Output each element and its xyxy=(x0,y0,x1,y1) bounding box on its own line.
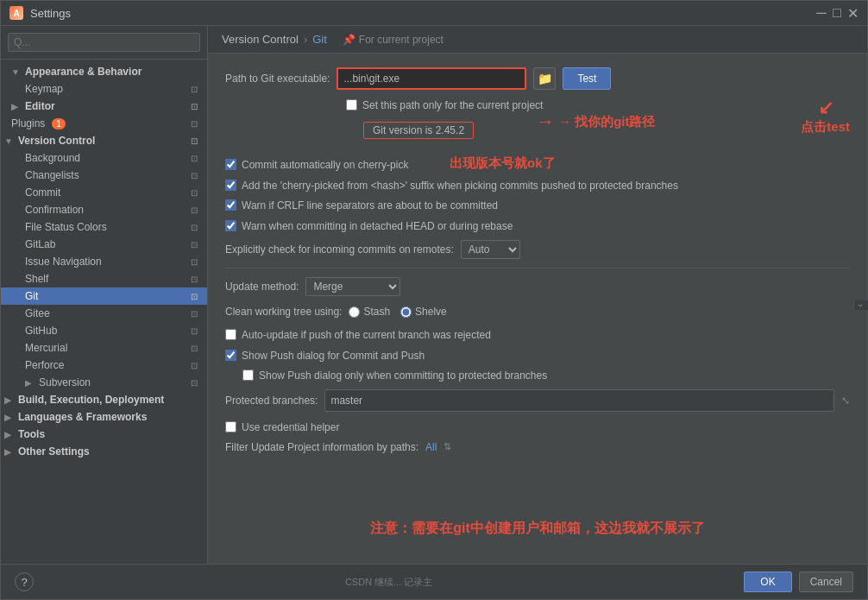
auto-update-row: Auto-update if push of the current branc… xyxy=(225,328,850,343)
right-scroll-indicator[interactable]: › xyxy=(853,300,867,311)
sidebar-item-version-control[interactable]: ▼ Version Control ⊡ xyxy=(1,132,207,149)
sidebar-item-label: Issue Navigation xyxy=(25,256,102,268)
search-input[interactable] xyxy=(8,33,200,52)
set-path-label: Set this path only for the current proje… xyxy=(362,98,543,113)
sidebar-item-label: Build, Execution, Deployment xyxy=(18,394,164,406)
breadcrumb: Version Control › Git 📌 For current proj… xyxy=(208,26,867,54)
repo-icon: ⊡ xyxy=(188,273,200,285)
sidebar-item-label: Git xyxy=(25,290,38,302)
repo-icon: ⊡ xyxy=(188,186,200,199)
sidebar-item-confirmation[interactable]: Confirmation ⊡ xyxy=(1,201,207,218)
title-bar-left: A Settings xyxy=(9,6,71,20)
repo-icon: ⊡ xyxy=(188,152,200,164)
sidebar-item-appearance[interactable]: ▼ Appearance & Behavior xyxy=(1,63,207,80)
sidebar-item-file-status[interactable]: File Status Colors ⊡ xyxy=(1,218,207,236)
shelve-label: Shelve xyxy=(415,305,447,319)
update-method-row: Update method: Merge Rebase Branch Defau… xyxy=(225,277,850,296)
repo-icon: ⊡ xyxy=(188,376,200,388)
search-box xyxy=(1,26,207,60)
sidebar-item-mercurial[interactable]: Mercurial ⊡ xyxy=(1,339,207,357)
update-method-select[interactable]: Merge Rebase Branch Default xyxy=(305,277,400,296)
credential-checkbox[interactable] xyxy=(225,421,236,433)
sidebar-item-other[interactable]: ▶ Other Settings xyxy=(1,443,207,460)
sidebar-item-git[interactable]: Git ⊡ xyxy=(1,287,207,305)
content-area: ▼ Appearance & Behavior Keymap ⊡ ▶ Edito… xyxy=(1,26,867,564)
stash-radio[interactable] xyxy=(349,306,360,318)
sidebar-item-keymap[interactable]: Keymap ⊡ xyxy=(1,80,207,98)
cherry-hash-label: Add the 'cherry-picked from <hash>' suff… xyxy=(242,179,678,193)
check-incoming-select[interactable]: Auto Always Never xyxy=(461,240,520,259)
show-push-only-checkbox[interactable] xyxy=(242,369,254,381)
credential-label: Use credential helper xyxy=(242,420,339,435)
sidebar-item-label: Confirmation xyxy=(25,204,84,216)
sidebar-item-subversion[interactable]: ▶ Subversion ⊡ xyxy=(1,374,207,391)
radio-stash: Stash xyxy=(349,305,390,319)
sidebar-item-label: Mercurial xyxy=(25,342,67,354)
sidebar-item-label: Languages & Frameworks xyxy=(18,411,147,423)
show-push-checkbox[interactable] xyxy=(225,350,236,361)
set-path-checkbox[interactable] xyxy=(346,99,357,111)
repo-icon: ⊡ xyxy=(188,342,200,354)
crlf-label: Warn if CRLF line separators are about t… xyxy=(242,199,498,213)
sidebar-item-plugins[interactable]: Plugins 1 ⊡ xyxy=(1,115,207,132)
title-bar: A Settings ─ □ ✕ xyxy=(1,1,867,26)
credential-row: Use credential helper xyxy=(225,420,850,435)
crlf-checkbox[interactable] xyxy=(225,199,236,211)
breadcrumb-current: Git xyxy=(312,33,327,46)
bottom-note-text: 注意：需要在git中创建用户和邮箱，这边我就不展示了 xyxy=(370,521,705,535)
detached-checkbox[interactable] xyxy=(225,220,236,231)
footer-left: ? xyxy=(15,572,34,591)
plugins-badge: 1 xyxy=(52,118,66,129)
sidebar-item-changelists[interactable]: Changelists ⊡ xyxy=(1,167,207,184)
sidebar-item-github[interactable]: GitHub ⊡ xyxy=(1,322,207,339)
sidebar-item-gitlab[interactable]: GitLab ⊡ xyxy=(1,236,207,253)
filter-toggle[interactable]: ⇅ xyxy=(443,441,451,452)
filter-value[interactable]: All xyxy=(425,441,437,453)
path-input[interactable] xyxy=(337,67,526,90)
test-button[interactable]: Test xyxy=(563,67,611,90)
show-push-only-label: Show Push dialog only when committing to… xyxy=(259,369,547,383)
sidebar-item-label: Other Settings xyxy=(18,445,90,458)
sidebar-item-label: Keymap xyxy=(25,83,63,95)
sidebar-item-tools[interactable]: ▶ Tools xyxy=(1,426,207,443)
browse-button[interactable]: 📁 xyxy=(533,67,556,90)
sidebar-item-label: File Status Colors xyxy=(25,221,107,233)
cancel-button[interactable]: Cancel xyxy=(799,572,853,592)
check-incoming-row: Explicitly check for incoming commits on… xyxy=(225,240,850,259)
ok-button[interactable]: OK xyxy=(744,572,791,592)
repo-icon: ⊡ xyxy=(188,307,200,319)
breadcrumb-separator: › xyxy=(304,33,307,46)
sidebar-item-perforce[interactable]: Perforce ⊡ xyxy=(1,357,207,374)
sidebar-item-editor[interactable]: ▶ Editor ⊡ xyxy=(1,98,207,115)
sidebar-item-commit[interactable]: Commit ⊡ xyxy=(1,184,207,201)
sidebar-item-languages[interactable]: ▶ Languages & Frameworks xyxy=(1,408,207,426)
detached-row: Warn when committing in detached HEAD or… xyxy=(225,219,850,234)
sidebar-item-gitee[interactable]: Gitee ⊡ xyxy=(1,305,207,322)
watermark: CSDN 继续... 记录主 xyxy=(34,576,744,589)
repo-icon: ⊡ xyxy=(188,117,200,129)
settings-window: A Settings ─ □ ✕ ▼ Appearance & Behavior xyxy=(0,0,868,600)
arrow-icon: ▼ xyxy=(11,67,22,77)
footer-right: OK Cancel xyxy=(744,572,853,592)
cherry-pick-checkbox[interactable] xyxy=(225,159,236,170)
maximize-button[interactable]: □ xyxy=(831,7,843,19)
clean-tree-label: Clean working tree using: xyxy=(225,306,342,318)
minimize-button[interactable]: ─ xyxy=(815,7,827,19)
cherry-pick-label: Commit automatically on cherry-pick xyxy=(242,158,408,173)
check-incoming-label: Explicitly check for incoming commits on… xyxy=(225,243,454,256)
sidebar-item-shelf[interactable]: Shelf ⊡ xyxy=(1,270,207,287)
close-button[interactable]: ✕ xyxy=(846,7,859,19)
arrow-icon: ▼ xyxy=(4,136,15,146)
help-button[interactable]: ? xyxy=(15,572,34,591)
auto-update-label: Auto-update if push of the current branc… xyxy=(242,328,491,343)
repo-icon: ⊡ xyxy=(188,238,200,250)
auto-update-checkbox[interactable] xyxy=(225,329,236,340)
sidebar-item-build[interactable]: ▶ Build, Execution, Deployment xyxy=(1,391,207,408)
sidebar-item-issue-navigation[interactable]: Issue Navigation ⊡ xyxy=(1,253,207,270)
protected-input[interactable] xyxy=(324,389,834,412)
sidebar-item-background[interactable]: Background ⊡ xyxy=(1,149,207,167)
sidebar-item-label: Gitee xyxy=(25,307,50,319)
cherry-hash-checkbox[interactable] xyxy=(225,180,236,191)
shelve-radio[interactable] xyxy=(400,306,412,318)
settings-panel: Path to Git executable: 📁 Test Set this … xyxy=(208,54,867,564)
